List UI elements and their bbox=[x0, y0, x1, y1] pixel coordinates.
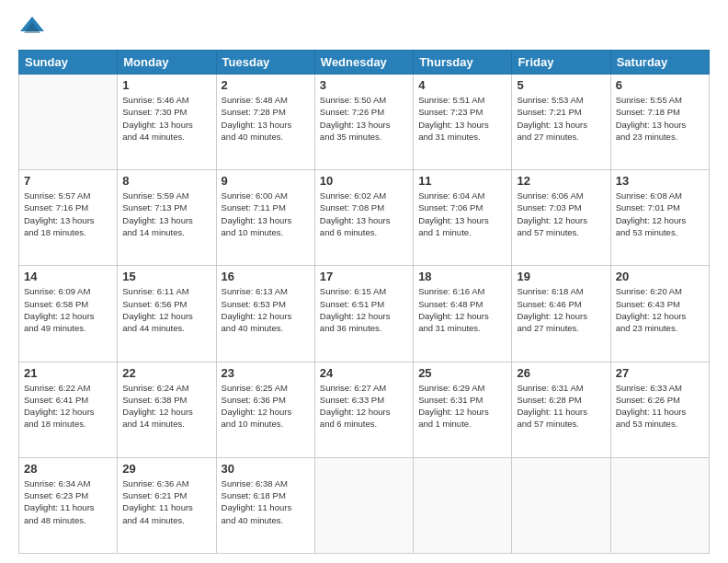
calendar-cell: 14Sunrise: 6:09 AM Sunset: 6:58 PM Dayli… bbox=[19, 266, 118, 362]
calendar-week-2: 7Sunrise: 5:57 AM Sunset: 7:16 PM Daylig… bbox=[19, 170, 710, 266]
day-info: Sunrise: 6:38 AM Sunset: 6:18 PM Dayligh… bbox=[222, 477, 310, 526]
day-number: 19 bbox=[517, 270, 605, 283]
day-number: 26 bbox=[517, 366, 605, 380]
day-number: 27 bbox=[616, 366, 704, 380]
calendar-cell: 8Sunrise: 5:59 AM Sunset: 7:13 PM Daylig… bbox=[118, 170, 216, 266]
day-info: Sunrise: 6:27 AM Sunset: 6:33 PM Dayligh… bbox=[320, 382, 408, 431]
calendar-cell: 16Sunrise: 6:13 AM Sunset: 6:53 PM Dayli… bbox=[216, 266, 314, 362]
calendar-cell: 27Sunrise: 6:33 AM Sunset: 6:26 PM Dayli… bbox=[610, 362, 709, 457]
day-info: Sunrise: 6:09 AM Sunset: 6:58 PM Dayligh… bbox=[24, 285, 112, 334]
day-number: 21 bbox=[24, 366, 112, 380]
calendar-cell: 25Sunrise: 6:29 AM Sunset: 6:31 PM Dayli… bbox=[414, 362, 512, 457]
day-info: Sunrise: 6:00 AM Sunset: 7:11 PM Dayligh… bbox=[222, 190, 310, 238]
day-number: 5 bbox=[517, 78, 605, 92]
calendar-header-row: SundayMondayTuesdayWednesdayThursdayFrid… bbox=[19, 51, 710, 75]
day-number: 6 bbox=[616, 78, 704, 92]
logo bbox=[18, 15, 50, 42]
day-info: Sunrise: 6:25 AM Sunset: 6:36 PM Dayligh… bbox=[222, 382, 310, 431]
calendar-cell: 11Sunrise: 6:04 AM Sunset: 7:06 PM Dayli… bbox=[414, 170, 512, 266]
day-info: Sunrise: 5:50 AM Sunset: 7:26 PM Dayligh… bbox=[320, 94, 408, 143]
calendar-cell: 9Sunrise: 6:00 AM Sunset: 7:11 PM Daylig… bbox=[216, 170, 314, 266]
calendar-cell: 13Sunrise: 6:08 AM Sunset: 7:01 PM Dayli… bbox=[610, 170, 709, 266]
calendar-cell: 1Sunrise: 5:46 AM Sunset: 7:30 PM Daylig… bbox=[118, 75, 216, 170]
day-info: Sunrise: 6:34 AM Sunset: 6:23 PM Dayligh… bbox=[24, 477, 112, 526]
day-number: 14 bbox=[24, 270, 112, 283]
calendar-cell: 12Sunrise: 6:06 AM Sunset: 7:03 PM Dayli… bbox=[512, 170, 610, 266]
day-number: 22 bbox=[122, 366, 210, 380]
day-info: Sunrise: 6:15 AM Sunset: 6:51 PM Dayligh… bbox=[320, 285, 408, 334]
day-info: Sunrise: 5:57 AM Sunset: 7:16 PM Dayligh… bbox=[24, 190, 112, 238]
day-number: 17 bbox=[320, 270, 408, 283]
calendar-cell: 6Sunrise: 5:55 AM Sunset: 7:18 PM Daylig… bbox=[610, 75, 709, 170]
calendar-cell bbox=[314, 457, 413, 553]
calendar-cell: 26Sunrise: 6:31 AM Sunset: 6:28 PM Dayli… bbox=[512, 362, 610, 457]
calendar-cell: 19Sunrise: 6:18 AM Sunset: 6:46 PM Dayli… bbox=[512, 266, 610, 362]
day-info: Sunrise: 5:48 AM Sunset: 7:28 PM Dayligh… bbox=[222, 94, 310, 143]
calendar-header-thursday: Thursday bbox=[414, 51, 512, 75]
day-number: 12 bbox=[517, 174, 605, 188]
day-info: Sunrise: 6:22 AM Sunset: 6:41 PM Dayligh… bbox=[24, 382, 112, 431]
day-info: Sunrise: 5:51 AM Sunset: 7:23 PM Dayligh… bbox=[418, 94, 506, 143]
calendar-cell bbox=[19, 75, 118, 170]
calendar-week-4: 21Sunrise: 6:22 AM Sunset: 6:41 PM Dayli… bbox=[19, 362, 710, 457]
day-info: Sunrise: 6:04 AM Sunset: 7:06 PM Dayligh… bbox=[418, 190, 506, 238]
calendar-cell: 15Sunrise: 6:11 AM Sunset: 6:56 PM Dayli… bbox=[118, 266, 216, 362]
day-info: Sunrise: 6:31 AM Sunset: 6:28 PM Dayligh… bbox=[517, 382, 605, 431]
day-number: 28 bbox=[24, 462, 112, 476]
day-info: Sunrise: 6:20 AM Sunset: 6:43 PM Dayligh… bbox=[616, 285, 704, 334]
calendar-week-5: 28Sunrise: 6:34 AM Sunset: 6:23 PM Dayli… bbox=[19, 457, 710, 553]
calendar-header-monday: Monday bbox=[118, 51, 216, 75]
calendar-cell: 30Sunrise: 6:38 AM Sunset: 6:18 PM Dayli… bbox=[216, 457, 314, 553]
calendar-cell: 3Sunrise: 5:50 AM Sunset: 7:26 PM Daylig… bbox=[314, 75, 413, 170]
page: SundayMondayTuesdayWednesdayThursdayFrid… bbox=[0, 0, 728, 563]
calendar-cell: 2Sunrise: 5:48 AM Sunset: 7:28 PM Daylig… bbox=[216, 75, 314, 170]
logo-icon bbox=[18, 15, 46, 42]
calendar-cell: 10Sunrise: 6:02 AM Sunset: 7:08 PM Dayli… bbox=[314, 170, 413, 266]
day-info: Sunrise: 6:13 AM Sunset: 6:53 PM Dayligh… bbox=[222, 285, 310, 334]
day-info: Sunrise: 5:53 AM Sunset: 7:21 PM Dayligh… bbox=[517, 94, 605, 143]
day-number: 20 bbox=[616, 270, 704, 283]
day-number: 11 bbox=[418, 174, 506, 188]
day-number: 1 bbox=[122, 78, 210, 92]
calendar-cell: 7Sunrise: 5:57 AM Sunset: 7:16 PM Daylig… bbox=[19, 170, 118, 266]
calendar-cell: 20Sunrise: 6:20 AM Sunset: 6:43 PM Dayli… bbox=[610, 266, 709, 362]
calendar-cell: 21Sunrise: 6:22 AM Sunset: 6:41 PM Dayli… bbox=[19, 362, 118, 457]
calendar-header-friday: Friday bbox=[512, 51, 610, 75]
calendar-cell: 5Sunrise: 5:53 AM Sunset: 7:21 PM Daylig… bbox=[512, 75, 610, 170]
day-info: Sunrise: 6:18 AM Sunset: 6:46 PM Dayligh… bbox=[517, 285, 605, 334]
calendar-cell: 17Sunrise: 6:15 AM Sunset: 6:51 PM Dayli… bbox=[314, 266, 413, 362]
day-number: 2 bbox=[222, 78, 310, 92]
day-info: Sunrise: 6:06 AM Sunset: 7:03 PM Dayligh… bbox=[517, 190, 605, 238]
day-info: Sunrise: 5:46 AM Sunset: 7:30 PM Dayligh… bbox=[122, 94, 210, 143]
day-info: Sunrise: 6:11 AM Sunset: 6:56 PM Dayligh… bbox=[122, 285, 210, 334]
day-info: Sunrise: 6:24 AM Sunset: 6:38 PM Dayligh… bbox=[122, 382, 210, 431]
day-number: 18 bbox=[418, 270, 506, 283]
day-number: 10 bbox=[320, 174, 408, 188]
day-number: 13 bbox=[616, 174, 704, 188]
day-info: Sunrise: 6:33 AM Sunset: 6:26 PM Dayligh… bbox=[616, 382, 704, 431]
calendar-cell: 22Sunrise: 6:24 AM Sunset: 6:38 PM Dayli… bbox=[118, 362, 216, 457]
calendar-cell: 18Sunrise: 6:16 AM Sunset: 6:48 PM Dayli… bbox=[414, 266, 512, 362]
calendar-header-tuesday: Tuesday bbox=[216, 51, 314, 75]
calendar-cell bbox=[512, 457, 610, 553]
day-info: Sunrise: 6:29 AM Sunset: 6:31 PM Dayligh… bbox=[418, 382, 506, 431]
day-number: 29 bbox=[122, 462, 210, 476]
day-info: Sunrise: 5:55 AM Sunset: 7:18 PM Dayligh… bbox=[616, 94, 704, 143]
calendar-cell bbox=[414, 457, 512, 553]
day-info: Sunrise: 5:59 AM Sunset: 7:13 PM Dayligh… bbox=[122, 190, 210, 238]
day-number: 9 bbox=[222, 174, 310, 188]
day-info: Sunrise: 6:36 AM Sunset: 6:21 PM Dayligh… bbox=[122, 477, 210, 526]
day-info: Sunrise: 6:16 AM Sunset: 6:48 PM Dayligh… bbox=[418, 285, 506, 334]
day-number: 4 bbox=[418, 78, 506, 92]
calendar-week-1: 1Sunrise: 5:46 AM Sunset: 7:30 PM Daylig… bbox=[19, 75, 710, 170]
calendar-cell: 23Sunrise: 6:25 AM Sunset: 6:36 PM Dayli… bbox=[216, 362, 314, 457]
calendar-header-sunday: Sunday bbox=[19, 51, 118, 75]
calendar-cell: 24Sunrise: 6:27 AM Sunset: 6:33 PM Dayli… bbox=[314, 362, 413, 457]
calendar-header-wednesday: Wednesday bbox=[314, 51, 413, 75]
calendar-week-3: 14Sunrise: 6:09 AM Sunset: 6:58 PM Dayli… bbox=[19, 266, 710, 362]
day-number: 15 bbox=[122, 270, 210, 283]
day-number: 30 bbox=[222, 462, 310, 476]
calendar-cell: 29Sunrise: 6:36 AM Sunset: 6:21 PM Dayli… bbox=[118, 457, 216, 553]
calendar-table: SundayMondayTuesdayWednesdayThursdayFrid… bbox=[18, 50, 710, 554]
day-number: 7 bbox=[24, 174, 112, 188]
